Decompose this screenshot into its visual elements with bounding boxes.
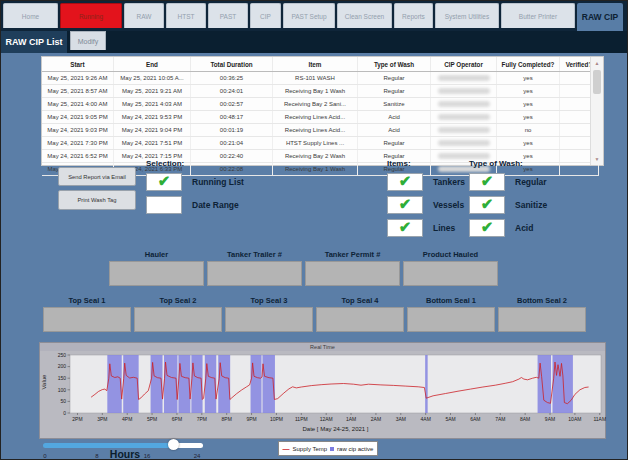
- column-header: Item: [273, 57, 358, 72]
- tab-cip[interactable]: CIP: [250, 3, 281, 28]
- svg-text:8PM: 8PM: [222, 416, 232, 422]
- tab-system-utilities[interactable]: System Utilities: [435, 3, 499, 28]
- field-tanker-trailer-: Tanker Trailer #: [207, 250, 302, 286]
- checkbox-row-vessels[interactable]: ✔Vessels: [387, 196, 465, 214]
- table-cell: May 25, 2021 4:00 AM: [42, 98, 114, 111]
- cip-wash-table: StartEndTotal DurationItemType of WashCI…: [41, 56, 604, 166]
- send-report-email-button[interactable]: Send Report via Email: [58, 167, 136, 186]
- legend-supply-temp-label: Supply Temp: [293, 446, 328, 452]
- slider-tick-label: 24: [194, 453, 201, 459]
- table-cell: Receiving Lines Acid...: [273, 111, 358, 124]
- field-input[interactable]: [207, 261, 302, 286]
- field-label: Top Seal 3: [225, 296, 313, 307]
- table-row[interactable]: May 25, 2021 9:26 AMMay 25, 2021 10:05 A…: [42, 72, 599, 85]
- field-input[interactable]: [134, 307, 222, 332]
- tab-running[interactable]: Running: [60, 3, 122, 28]
- sub-tab-bar: RAW CIP List Modify: [1, 31, 628, 53]
- checkbox-row-regular[interactable]: ✔Regular: [469, 173, 547, 191]
- tab-butter-printer[interactable]: Butter Printer: [501, 3, 575, 28]
- tab-raw-cip-list[interactable]: RAW CIP List: [1, 31, 67, 53]
- svg-text:11AM: 11AM: [593, 416, 606, 422]
- field-bottom-seal-1: Bottom Seal 1: [407, 296, 495, 332]
- field-input[interactable]: [43, 307, 131, 332]
- checkbox[interactable]: ✔: [387, 219, 423, 237]
- checkbox-row-running-list[interactable]: ✔Running List: [146, 173, 244, 191]
- scroll-down-icon[interactable]: ▼: [591, 154, 603, 164]
- checkbox[interactable]: ✔: [469, 173, 505, 191]
- tab-home[interactable]: Home: [3, 3, 58, 28]
- field-input[interactable]: [109, 261, 204, 286]
- tab-modify[interactable]: Modify: [70, 31, 106, 50]
- field-top-seal-4: Top Seal 4: [316, 296, 404, 332]
- svg-text:6PM: 6PM: [172, 416, 182, 422]
- table-cell: May 25, 2021 10:05 A...: [114, 72, 191, 85]
- slider-thumb[interactable]: [168, 439, 179, 450]
- scroll-up-icon[interactable]: ▲: [591, 58, 603, 68]
- svg-text:2AM: 2AM: [371, 416, 381, 422]
- table-row[interactable]: May 24, 2021 9:03 PMMay 24, 2021 9:04 PM…: [42, 124, 599, 137]
- checkbox-row-tankers[interactable]: ✔Tankers: [387, 173, 465, 191]
- checkbox-label: Lines: [433, 223, 455, 233]
- field-top-seal-3: Top Seal 3: [225, 296, 313, 332]
- table-row[interactable]: May 25, 2021 8:57 AMMay 25, 2021 9:21 AM…: [42, 85, 599, 98]
- table-cell: Sanitize: [358, 98, 431, 111]
- seal-fields: Top Seal 1Top Seal 2Top Seal 3Top Seal 4…: [43, 296, 586, 332]
- field-input[interactable]: [498, 307, 586, 332]
- top-tab-bar: HomeRunningRAWHTSTPASTCIPPAST SetupClean…: [1, 1, 628, 31]
- tab-raw-cip[interactable]: RAW CIP: [577, 3, 623, 31]
- field-input[interactable]: [316, 307, 404, 332]
- table-cell: May 24, 2021 9:03 PM: [42, 124, 114, 137]
- table-cell: May 24, 2021 9:05 PM: [42, 111, 114, 124]
- checkbox[interactable]: [146, 196, 182, 214]
- tab-past-setup[interactable]: PAST Setup: [283, 3, 335, 28]
- checkbox-row-acid[interactable]: ✔Acid: [469, 219, 547, 237]
- table-cell: 00:21:04: [191, 137, 273, 150]
- svg-text:8AM: 8AM: [520, 416, 530, 422]
- svg-text:11PM: 11PM: [295, 416, 308, 422]
- scrollbar-thumb[interactable]: [593, 70, 601, 94]
- tab-reports[interactable]: Reports: [394, 3, 433, 28]
- field-label: Bottom Seal 2: [498, 296, 586, 307]
- field-input[interactable]: [403, 261, 498, 286]
- table-row[interactable]: May 24, 2021 7:30 PMMay 24, 2021 7:51 PM…: [42, 137, 599, 150]
- checkbox[interactable]: ✔: [387, 173, 423, 191]
- field-input[interactable]: [305, 261, 400, 286]
- checkbox-row-date-range[interactable]: Date Range: [146, 196, 244, 214]
- redacted-operator: [438, 88, 490, 94]
- table-row[interactable]: May 24, 2021 9:05 PMMay 24, 2021 9:53 PM…: [42, 111, 599, 124]
- checkbox-row-sanitize[interactable]: ✔Sanitize: [469, 196, 547, 214]
- field-label: Tanker Trailer #: [207, 250, 302, 261]
- svg-text:9AM: 9AM: [545, 416, 555, 422]
- tab-past[interactable]: PAST: [208, 3, 248, 28]
- table-cell: Acid: [358, 124, 431, 137]
- column-header: Total Duration: [191, 57, 273, 72]
- slider-tick-label: 0: [43, 453, 46, 459]
- field-input[interactable]: [225, 307, 313, 332]
- tab-clean-screen[interactable]: Clean Screen: [337, 3, 392, 28]
- table-row[interactable]: May 25, 2021 4:00 AMMay 25, 2021 4:03 AM…: [42, 98, 599, 111]
- table-cell: Receiving Bay 1 Wash: [273, 85, 358, 98]
- table-cell: 00:36:25: [191, 72, 273, 85]
- table-cell: May 24, 2021 9:04 PM: [114, 124, 191, 137]
- tab-raw[interactable]: RAW: [124, 3, 164, 28]
- print-wash-tag-button[interactable]: Print Wash Tag: [58, 190, 136, 210]
- checkbox[interactable]: ✔: [387, 196, 423, 214]
- redacted-operator: [438, 114, 490, 120]
- checkbox[interactable]: ✔: [469, 219, 505, 237]
- table-cell: May 25, 2021 9:21 AM: [114, 85, 191, 98]
- table-cell: 00:01:19: [191, 124, 273, 137]
- checkbox[interactable]: ✔: [146, 173, 182, 191]
- checkbox-label: Vessels: [433, 200, 464, 210]
- field-input[interactable]: [407, 307, 495, 332]
- table-scrollbar[interactable]: ▲ ▼: [590, 57, 603, 165]
- tab-htst[interactable]: HTST: [166, 3, 206, 28]
- slider-tick-label: 16: [144, 453, 151, 459]
- chart-x-axis-label: Date [ May 24-25, 2021 ]: [70, 426, 601, 432]
- svg-text:10PM: 10PM: [270, 416, 283, 422]
- redacted-operator: [438, 127, 490, 133]
- redacted-operator: [438, 140, 490, 146]
- column-header: Type of Wash: [358, 57, 431, 72]
- chart-title: Real Time: [40, 343, 605, 351]
- checkbox[interactable]: ✔: [469, 196, 505, 214]
- checkbox-row-lines[interactable]: ✔Lines: [387, 219, 465, 237]
